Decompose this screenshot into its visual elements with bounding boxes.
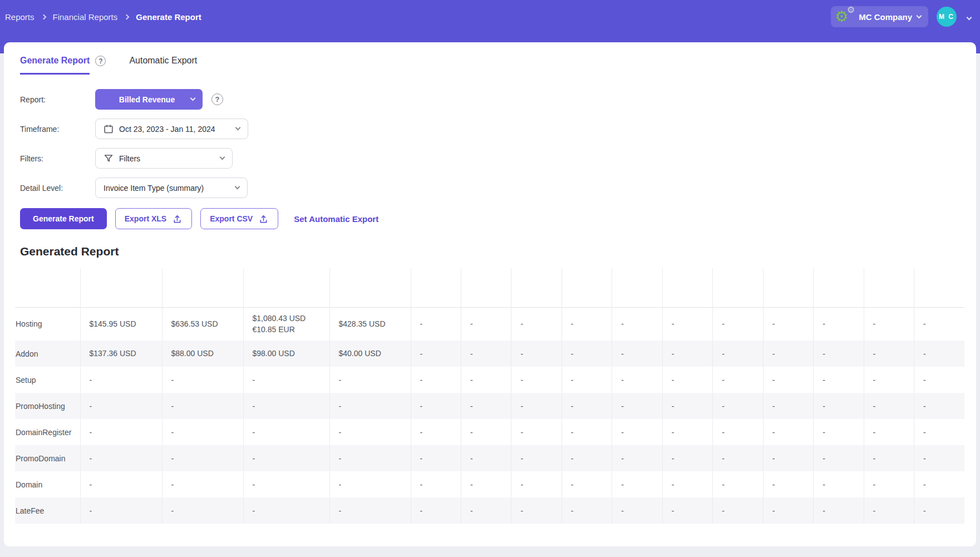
table-cell: - (511, 393, 562, 419)
table-cell: - (461, 393, 511, 419)
timeframe-value: Oct 23, 2023 - Jan 11, 2024 (119, 125, 230, 134)
filter-funnel-icon (104, 154, 114, 164)
table-header-cell (329, 268, 411, 307)
table-cell: - (864, 445, 914, 471)
company-selector-button[interactable]: ⚙⚙ MC Company (831, 6, 928, 27)
table-header-cell (662, 268, 712, 307)
row-label: Domain (15, 471, 80, 497)
detail-level-dropdown[interactable]: Invoice Item Type (summary) (95, 178, 248, 198)
table-cell: $88.00 USD (162, 341, 243, 367)
row-label: DomainRegister (15, 419, 80, 445)
report-form: Report: Billed Revenue ? Timeframe: Oct … (15, 89, 965, 198)
chevron-down-icon (917, 13, 922, 18)
navbar-right-group: ⚙⚙ MC Company M C (831, 6, 973, 27)
table-cell: - (763, 497, 813, 524)
breadcrumb-financial-reports[interactable]: Financial Reports (53, 12, 118, 22)
table-cell: - (612, 471, 662, 497)
table-cell: - (612, 393, 662, 419)
table-cell: - (562, 445, 612, 471)
table-cell: - (329, 497, 411, 524)
table-header-cell (461, 268, 511, 307)
table-header-label-cell (15, 268, 80, 307)
table-cell: - (864, 367, 914, 393)
table-cell: - (713, 307, 763, 341)
chevron-down-icon (235, 184, 240, 190)
table-cell: - (162, 393, 243, 419)
timeframe-dropdown[interactable]: Oct 23, 2023 - Jan 11, 2024 (95, 119, 248, 139)
main-content-card: Generate Report ? Automatic Export Repor… (4, 42, 976, 546)
table-row: Hosting$145.95 USD$636.53 USD$1,080.43 U… (15, 307, 964, 341)
table-cell: - (612, 307, 662, 341)
tab-automatic-export[interactable]: Automatic Export (129, 56, 197, 75)
table-row: DomainRegister--------------- (15, 419, 964, 445)
chevron-right-icon (124, 14, 130, 19)
table-cell: - (162, 419, 243, 445)
chevron-down-icon (190, 96, 196, 101)
chevron-right-icon (41, 14, 46, 19)
breadcrumb-reports[interactable]: Reports (5, 12, 35, 22)
table-cell: - (461, 471, 511, 497)
table-cell: - (411, 307, 461, 341)
row-label: Hosting (15, 307, 80, 341)
table-cell: - (763, 367, 813, 393)
table-cell: - (511, 419, 562, 445)
table-cell: - (713, 419, 763, 445)
breadcrumb-generate-report: Generate Report (136, 12, 201, 22)
table-cell: - (461, 445, 511, 471)
table-cell: $145.95 USD (80, 307, 162, 341)
table-cell: - (814, 471, 864, 497)
table-cell: - (662, 471, 712, 497)
table-cell: - (411, 445, 461, 471)
table-cell: - (411, 341, 461, 367)
table-cell: - (662, 341, 712, 367)
table-cell: - (612, 341, 662, 367)
table-cell: - (329, 445, 411, 471)
table-cell: - (80, 445, 162, 471)
top-navbar: Reports Financial Reports Generate Repor… (0, 0, 980, 33)
table-header-cell (411, 268, 461, 307)
report-table-body: Hosting$145.95 USD$636.53 USD$1,080.43 U… (15, 307, 964, 524)
export-xls-button[interactable]: Export XLS (115, 208, 192, 229)
calendar-icon (104, 124, 114, 134)
help-icon[interactable]: ? (211, 93, 223, 105)
table-cell: - (461, 367, 511, 393)
set-automatic-export-link[interactable]: Set Automatic Export (294, 214, 378, 224)
tab-generate-report[interactable]: Generate Report ? (20, 56, 106, 75)
report-type-value: Billed Revenue (103, 95, 191, 104)
table-cell: - (243, 367, 329, 393)
user-avatar[interactable]: M C (937, 7, 957, 27)
generate-report-button[interactable]: Generate Report (20, 208, 107, 229)
export-upload-icon (172, 214, 183, 224)
row-label: Setup (15, 367, 80, 393)
table-cell: - (80, 497, 162, 524)
table-cell: - (662, 445, 712, 471)
table-cell: - (80, 393, 162, 419)
filters-dropdown[interactable]: Filters (95, 148, 233, 169)
table-header-cell (243, 268, 329, 307)
table-cell: - (411, 419, 461, 445)
table-cell: - (814, 497, 864, 524)
tab-bar: Generate Report ? Automatic Export (15, 56, 965, 75)
table-cell: - (763, 393, 813, 419)
table-cell: - (914, 393, 964, 419)
table-cell: - (814, 393, 864, 419)
table-cell: - (713, 341, 763, 367)
table-cell: - (763, 341, 813, 367)
report-type-dropdown[interactable]: Billed Revenue (95, 89, 203, 110)
filters-value: Filters (119, 154, 215, 163)
user-menu-toggle[interactable] (965, 9, 973, 24)
table-cell: - (162, 445, 243, 471)
table-cell: - (763, 419, 813, 445)
table-cell: $137.36 USD (80, 341, 162, 367)
help-icon[interactable]: ? (95, 56, 106, 66)
report-table-head (15, 268, 964, 307)
action-buttons-row: Generate Report Export XLS Export CSV Se… (15, 208, 965, 229)
table-cell: - (162, 471, 243, 497)
report-table: Hosting$145.95 USD$636.53 USD$1,080.43 U… (15, 268, 964, 524)
table-header-cell (864, 268, 914, 307)
export-csv-button[interactable]: Export CSV (200, 208, 278, 229)
report-label: Report: (20, 95, 95, 104)
table-row: Domain--------------- (15, 471, 964, 497)
export-csv-label: Export CSV (210, 214, 253, 223)
table-cell: - (814, 367, 864, 393)
